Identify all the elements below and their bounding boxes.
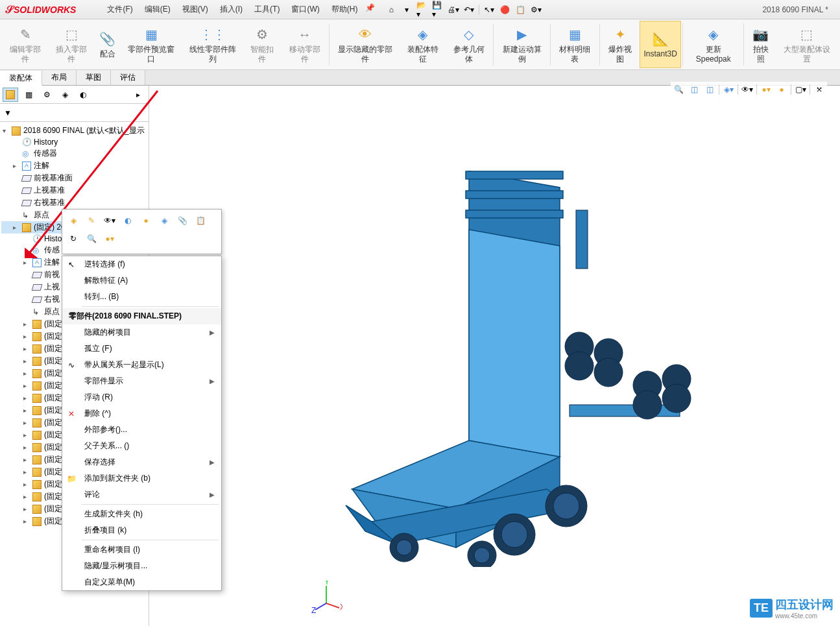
ctx-goto[interactable]: 转到... (B) (62, 289, 221, 305)
menu-file[interactable]: 文件(F) (102, 2, 138, 17)
ribbon-reference-geom[interactable]: ◇参考几何体 (446, 21, 492, 68)
ctx-float[interactable]: 浮动 (R) (62, 389, 221, 405)
pin-icon[interactable]: 📌 (364, 2, 376, 14)
menu-edit[interactable]: 编辑(E) (139, 2, 176, 17)
tree-item[interactable]: ◎传感器 (1, 147, 147, 160)
filter-icon[interactable]: ▼ (4, 108, 12, 117)
ctx-dissolve-feature[interactable]: 解散特征 (A) (62, 272, 221, 289)
appearance-icon[interactable]: ●▾ (760, 83, 773, 96)
display-tab-icon[interactable]: ◐ (75, 88, 91, 102)
menu-window[interactable]: 窗口(W) (286, 2, 324, 17)
ctx-tool-suppress-icon[interactable]: ● (139, 213, 153, 228)
ctx-hidden-tree-items[interactable]: 隐藏的树项目▶ (62, 324, 221, 341)
display-style-icon[interactable]: 👁▾ (741, 83, 754, 96)
property-tab-icon[interactable]: ▦ (21, 88, 36, 102)
tab-assembly[interactable]: 装配体 (0, 71, 42, 86)
view-style-icon[interactable]: ◈▾ (722, 83, 735, 96)
ribbon-show-hidden[interactable]: 👁显示隐藏的零部件 (331, 21, 400, 68)
ctx-tool-copy-icon[interactable]: 📋 (193, 213, 208, 228)
scene-icon[interactable]: ● (775, 83, 788, 96)
ctx-tool-fix-icon[interactable]: ◈ (157, 213, 171, 228)
ribbon-motion-study[interactable]: ▶新建运动算例 (495, 21, 549, 68)
ribbon-move-component[interactable]: ↔移动零部件 (282, 21, 328, 68)
undo-icon[interactable]: ↶▾ (463, 4, 475, 16)
ctx-save-selection[interactable]: 保存选择▶ (62, 454, 221, 470)
rebuild-icon[interactable]: 🔴 (499, 4, 510, 16)
ctx-tool-transparency-icon[interactable]: ◐ (121, 213, 135, 228)
ribbon-linear-pattern[interactable]: ⋮⋮线性零部件阵列 (182, 21, 243, 68)
ctx-tool-zoom-icon[interactable]: 🔍 (84, 232, 99, 246)
ribbon-speedpak[interactable]: ◈更新Speedpak (684, 21, 742, 68)
ctx-tool-rotate-icon[interactable]: ↻ (66, 232, 80, 246)
ribbon-bom[interactable]: ▦材料明细表 (552, 21, 598, 68)
panel-expand-icon[interactable]: ▸ (130, 88, 146, 102)
tree-item[interactable]: 上视基准 (1, 184, 147, 197)
ctx-rename-tree[interactable]: 重命名树项目 (l) (62, 542, 221, 558)
orientation-triad[interactable]: Y X Z (310, 581, 342, 613)
home-icon[interactable]: ⌂ (385, 4, 397, 16)
ctx-component-display[interactable]: 零部件显示▶ (62, 373, 221, 389)
menu-tools[interactable]: 工具(T) (249, 2, 285, 17)
ctx-delete[interactable]: ✕删除 (^) (62, 405, 221, 422)
feature-tree-tab-icon[interactable] (3, 88, 18, 102)
save-icon[interactable]: 💾▾ (432, 4, 444, 16)
svg-point-25 (633, 391, 662, 419)
ctx-comment[interactable]: 评论▶ (62, 487, 221, 503)
viewport-icon[interactable]: ▢▾ (794, 83, 807, 96)
triad-icon[interactable]: ⤧ (813, 83, 826, 96)
print-icon[interactable]: 🖨▾ (448, 4, 459, 16)
dimexpert-tab-icon[interactable]: ◈ (57, 88, 73, 102)
select-icon[interactable]: ↖▾ (483, 4, 495, 16)
tab-layout[interactable]: 布局 (42, 70, 77, 85)
svg-point-15 (396, 540, 412, 555)
ctx-tool-color-icon[interactable]: ●▾ (102, 232, 117, 246)
ribbon-exploded-view[interactable]: ✦爆炸视图 (601, 21, 640, 68)
ribbon-preview-window[interactable]: ▦零部件预览窗口 (121, 21, 182, 68)
ribbon-large-assembly[interactable]: ⬚大型装配体设置 (776, 21, 837, 68)
menu-view[interactable]: 视图(V) (177, 2, 213, 17)
tree-root[interactable]: ▾ 2018 6090 FINAL (默认<默认_显示 (1, 125, 147, 137)
ribbon-snapshot[interactable]: 📷拍快照 (745, 21, 776, 68)
ctx-parent-child[interactable]: 父子关系... () (62, 438, 221, 454)
ctx-collapse[interactable]: 折叠项目 (k) (62, 522, 221, 538)
menu-help[interactable]: 帮助(H) (326, 2, 363, 17)
view-cube-icon[interactable]: ◫ (688, 83, 701, 96)
folder-icon: 📁 (66, 474, 77, 484)
ctx-hide-show-tree[interactable]: 隐藏/显示树项目... (62, 558, 221, 574)
tree-item[interactable]: ▸A注解 (1, 160, 147, 172)
open-icon[interactable]: 📂▾ (416, 4, 428, 16)
ctx-tool-hide-icon[interactable]: 👁▾ (102, 213, 117, 228)
options-icon[interactable]: 📋 (514, 4, 526, 16)
ribbon-assembly-feature[interactable]: ◈装配体特征 (400, 21, 446, 68)
ctx-show-with-dependents[interactable]: ∿带从属关系一起显示(L) (62, 357, 221, 373)
view-orient-icon[interactable]: ◫ (703, 83, 716, 96)
settings-icon[interactable]: ⚙▾ (530, 4, 542, 16)
tab-evaluate[interactable]: 评估 (111, 70, 145, 85)
ctx-add-to-folder[interactable]: 📁添加到新文件夹 (b) (62, 470, 221, 487)
ribbon-smart-fastener[interactable]: ⚙智能扣件 (243, 21, 282, 68)
ribbon-insert-component[interactable]: ⬚插入零部件 (49, 21, 95, 68)
ctx-isolate[interactable]: 孤立 (F) (62, 341, 221, 357)
ctx-customize-menu[interactable]: 自定义菜单(M) (62, 574, 221, 590)
tab-sketch[interactable]: 草图 (77, 70, 111, 85)
ctx-tool-edit-icon[interactable]: ◈ (66, 213, 80, 228)
svg-point-22 (594, 358, 623, 387)
new-icon[interactable]: ▾ (401, 4, 413, 16)
menu-insert[interactable]: 插入(I) (215, 2, 248, 17)
ribbon-toolbar: ✎编辑零部件 ⬚插入零部件 📎配合 ▦零部件预览窗口 ⋮⋮线性零部件阵列 ⚙智能… (0, 19, 840, 70)
ctx-new-folder[interactable]: 生成新文件夹 (h) (62, 506, 221, 522)
zoom-fit-icon[interactable]: 🔍 (672, 83, 685, 96)
tree-item[interactable]: 🕐History (1, 137, 147, 147)
ctx-external-ref[interactable]: 外部参考()... (62, 422, 221, 438)
graphics-viewport[interactable]: 🔍 ◫ ◫ ◈▾ 👁▾ ●▾ ● ▢▾ ⤧ (149, 86, 840, 626)
ctx-tool-attach-icon[interactable]: 📎 (175, 213, 189, 228)
ribbon-mate[interactable]: 📎配合 (95, 21, 121, 68)
ribbon-edit-component[interactable]: ✎编辑零部件 (3, 21, 49, 68)
ctx-invert-selection[interactable]: ↖逆转选择 (f) (62, 256, 221, 272)
tree-item[interactable]: 前视基准面 (1, 172, 147, 184)
ribbon-instant3d[interactable]: 📐Instant3D (640, 21, 681, 68)
chevron-right-icon: ▶ (210, 491, 215, 498)
ctx-tool-open-icon[interactable]: ✎ (84, 213, 99, 228)
tree-item[interactable]: 右视基准 (1, 197, 147, 209)
config-tab-icon[interactable]: ⚙ (39, 88, 54, 102)
